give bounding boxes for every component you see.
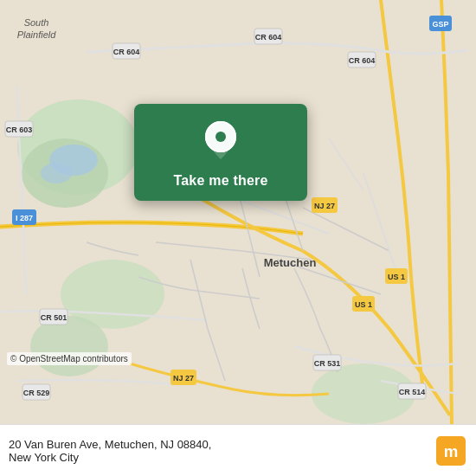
svg-point-41 bbox=[215, 132, 226, 142]
svg-text:CR 514: CR 514 bbox=[399, 388, 426, 396]
svg-text:CR 604: CR 604 bbox=[113, 48, 140, 56]
moovit-logo: m bbox=[436, 436, 466, 466]
svg-text:US 1: US 1 bbox=[388, 273, 405, 281]
svg-point-4 bbox=[41, 163, 72, 183]
svg-text:CR 501: CR 501 bbox=[41, 313, 68, 322]
svg-text:m: m bbox=[444, 441, 459, 460]
svg-text:NJ 27: NJ 27 bbox=[314, 202, 335, 210]
pin-icon bbox=[202, 119, 240, 164]
svg-text:Metuchen: Metuchen bbox=[264, 256, 317, 269]
take-me-there-button[interactable]: Take me there bbox=[173, 173, 267, 189]
svg-text:CR 604: CR 604 bbox=[255, 33, 282, 42]
svg-text:CR 529: CR 529 bbox=[23, 389, 50, 397]
svg-text:South: South bbox=[24, 17, 49, 28]
bottom-bar: 20 Van Buren Ave, Metuchen, NJ 08840, Ne… bbox=[0, 424, 476, 476]
svg-point-6 bbox=[30, 316, 108, 376]
svg-text:US 1: US 1 bbox=[355, 300, 372, 309]
svg-text:GSP: GSP bbox=[432, 20, 448, 29]
svg-text:NJ 27: NJ 27 bbox=[173, 374, 194, 383]
svg-text:CR 603: CR 603 bbox=[6, 125, 33, 134]
city-line: New York City bbox=[9, 451, 211, 464]
osm-credit: © OpenStreetMap contributors bbox=[7, 352, 132, 365]
address-line: 20 Van Buren Ave, Metuchen, NJ 08840, bbox=[9, 438, 211, 451]
svg-text:CR 604: CR 604 bbox=[349, 56, 376, 65]
svg-text:CR 531: CR 531 bbox=[314, 359, 341, 368]
location-card[interactable]: Take me there bbox=[134, 104, 307, 201]
map-container: I 287 NJ 27 US 1 US 1 GSP CR 604 CR 604 … bbox=[0, 0, 476, 424]
svg-text:I 287: I 287 bbox=[16, 214, 33, 222]
address-block: 20 Van Buren Ave, Metuchen, NJ 08840, Ne… bbox=[9, 438, 211, 464]
moovit-icon: m bbox=[436, 436, 466, 466]
svg-text:Plainfield: Plainfield bbox=[17, 29, 57, 40]
